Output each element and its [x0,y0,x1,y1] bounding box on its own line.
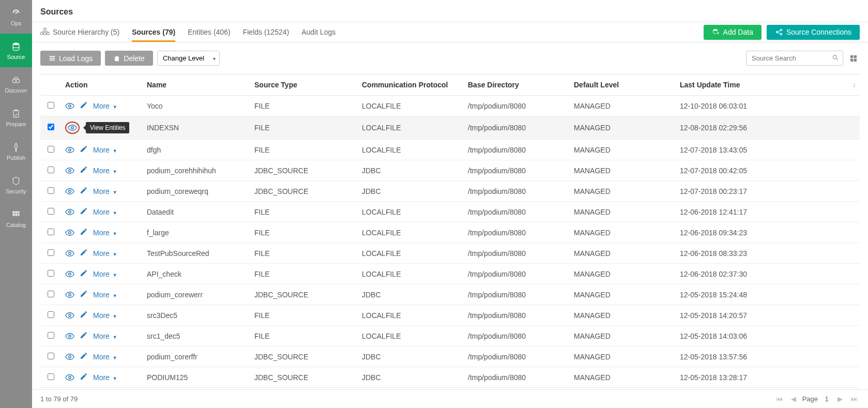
cell-last-update: 12-06-2018 08:33:23 [676,243,860,264]
col-header-action[interactable]: Action [61,74,143,96]
view-entities-icon[interactable] [65,374,74,381]
view-entities-icon[interactable] [65,250,74,257]
row-checkbox[interactable] [48,373,54,380]
more-dropdown[interactable]: More ▼ [93,291,117,299]
change-level-select[interactable]: Change Level [157,51,220,66]
col-header-comm-protocol[interactable]: Communication Protocol [358,74,464,96]
page-prev-button[interactable]: ◀ [789,394,798,404]
row-checkbox[interactable] [48,332,54,339]
row-checkbox[interactable] [48,249,54,256]
row-checkbox[interactable] [48,146,54,153]
row-checkbox[interactable] [48,229,54,235]
table-row: More ▼src3Dec5FILELOCALFILE/tmp/podium/8… [40,305,860,326]
tab-fields[interactable]: Fields (12524) [243,23,290,41]
columns-button[interactable] [847,52,860,65]
more-dropdown[interactable]: More ▼ [93,373,117,382]
nav-ops[interactable]: Ops [0,0,32,34]
source-search-input[interactable] [746,51,843,66]
cell-base-dir: /tmp/podium/8080 [464,160,570,181]
row-checkbox[interactable] [48,291,54,297]
source-connections-button[interactable]: Source Connections [767,25,860,40]
add-data-button[interactable]: Add Data [704,25,762,40]
more-dropdown[interactable]: More ▼ [93,187,117,195]
svg-point-28 [71,127,74,129]
cell-name: src3Dec5 [143,305,250,326]
cell-default-level: MANAGED [570,140,676,160]
delete-button[interactable]: Delete [105,51,153,66]
row-checkbox[interactable] [48,353,54,359]
nav-catalog[interactable]: Catalog [0,202,32,235]
change-level-dropdown[interactable]: Change Level [157,51,220,66]
edit-icon[interactable] [80,290,88,299]
col-header-last-update[interactable]: Last Update Time ↓ [676,74,860,96]
more-dropdown[interactable]: More ▼ [93,102,117,110]
database-icon [11,41,21,52]
svg-point-35 [69,273,71,275]
table-scroll[interactable]: Action Name Source Type Communication Pr… [40,74,860,389]
col-header-source-type[interactable]: Source Type [250,74,358,96]
edit-icon[interactable] [80,269,88,279]
more-dropdown[interactable]: More ▼ [93,249,117,258]
col-header-default-level[interactable]: Default Level [570,74,676,96]
view-entities-icon[interactable] [65,353,74,360]
row-checkbox[interactable] [48,311,54,318]
view-entities-icon[interactable] [65,312,74,319]
more-dropdown[interactable]: More ▼ [93,208,117,216]
view-entities-icon[interactable] [65,333,74,340]
sidebar: Ops Source Discover Prepare Publish Secu… [0,0,32,408]
view-entities-icon[interactable] [65,291,74,298]
more-dropdown[interactable]: More ▼ [93,332,117,340]
edit-icon[interactable] [80,186,88,196]
row-checkbox[interactable] [48,270,54,277]
nav-security[interactable]: Security [0,168,32,202]
view-entities-icon[interactable] [65,102,74,110]
nav-prepare[interactable]: Prepare [0,101,32,134]
edit-icon[interactable] [80,101,88,111]
load-logs-button[interactable]: Load Logs [40,51,101,66]
nav-publish[interactable]: Publish [0,134,32,168]
edit-icon[interactable] [80,352,88,361]
view-entities-icon[interactable] [65,270,74,278]
edit-icon[interactable] [80,248,88,258]
row-checkbox[interactable] [48,187,54,194]
view-entities-icon[interactable] [65,146,74,154]
view-entities-icon[interactable] [65,208,74,216]
edit-icon[interactable] [80,228,88,237]
view-entities-icon[interactable] [65,188,74,195]
row-checkbox[interactable] [48,208,54,215]
more-dropdown[interactable]: More ▼ [93,353,117,361]
col-header-base-dir[interactable]: Base Directory [464,74,570,96]
cell-source-type: FILE [250,222,358,243]
view-entities-icon[interactable] [65,167,74,174]
edit-icon[interactable] [80,145,88,155]
page-next-button[interactable]: ▶ [835,394,845,404]
svg-rect-7 [18,211,19,213]
view-entities-icon[interactable] [65,229,74,236]
cell-base-dir: /tmp/podium/8080 [464,326,570,346]
edit-icon[interactable] [80,372,88,382]
edit-icon[interactable] [80,207,88,217]
row-checkbox[interactable] [48,167,54,173]
tab-source-hierarchy[interactable]: Source Hierarchy (5) [40,22,119,42]
search-icon[interactable] [832,54,839,63]
row-checkbox[interactable] [48,102,54,109]
nav-source[interactable]: Source [0,34,32,67]
view-entities-icon[interactable] [65,122,80,134]
more-dropdown[interactable]: More ▼ [93,270,117,278]
page-first-button[interactable]: ⏮ [774,394,785,404]
edit-icon[interactable] [80,165,88,175]
edit-icon[interactable] [80,331,88,341]
row-checkbox[interactable] [48,124,54,130]
tab-entities[interactable]: Entities (406) [188,23,230,41]
more-dropdown[interactable]: More ▼ [93,146,117,154]
page-last-button[interactable]: ⏭ [849,394,860,404]
tab-sources[interactable]: Sources (79) [132,23,175,41]
edit-icon[interactable] [80,310,88,320]
col-header-name[interactable]: Name [143,74,250,96]
more-dropdown[interactable]: More ▼ [93,311,117,320]
table-row: More ▼API_checkFILELOCALFILE/tmp/podium/… [40,264,860,284]
nav-discover[interactable]: Discover [0,67,32,101]
more-dropdown[interactable]: More ▼ [93,229,117,237]
more-dropdown[interactable]: More ▼ [93,167,117,175]
tab-audit-logs[interactable]: Audit Logs [301,23,336,41]
